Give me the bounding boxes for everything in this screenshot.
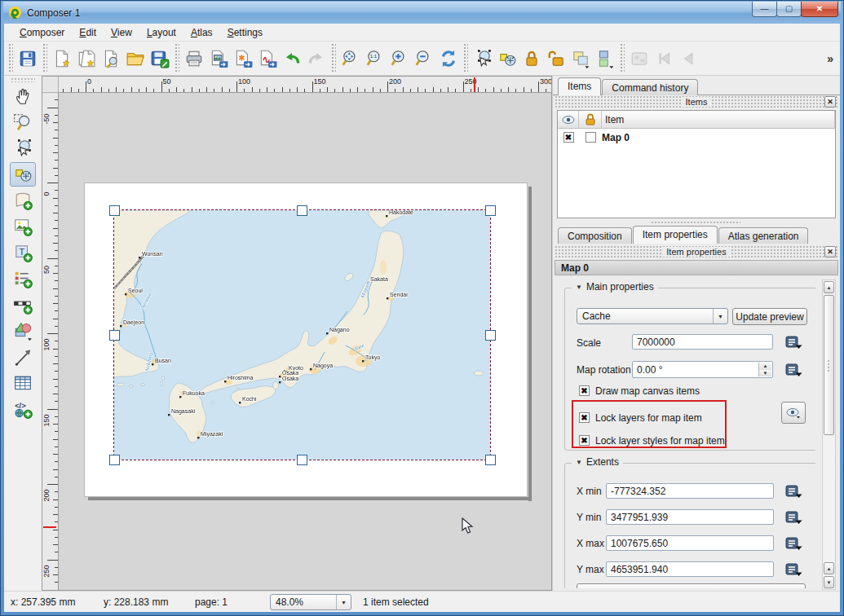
items-table[interactable]: Item ✖Map 0 <box>557 110 836 218</box>
menu-edit[interactable]: Edit <box>72 25 104 40</box>
data-defined-override-icon[interactable] <box>783 509 806 525</box>
resize-handle[interactable] <box>297 205 307 216</box>
new-composition-button[interactable] <box>50 46 74 71</box>
close-button[interactable]: ✕ <box>801 2 838 17</box>
data-defined-override-icon[interactable] <box>783 561 806 577</box>
menu-view[interactable]: View <box>104 25 139 40</box>
maximize-button[interactable]: ▢ <box>776 2 802 17</box>
tab-item-properties[interactable]: Item properties <box>633 226 718 244</box>
y-min-input[interactable]: 3477951.939 <box>606 509 774 525</box>
checkbox-draw-map-canvas-items[interactable]: ✖ <box>579 385 590 396</box>
add-html-tool-button[interactable]: </> <box>10 397 36 421</box>
close-icon[interactable]: ✕ <box>824 96 836 108</box>
toolbar-handle[interactable] <box>42 43 47 73</box>
scrollbar-thumb[interactable] <box>824 295 834 435</box>
resize-handle[interactable] <box>485 205 496 216</box>
move-item-content-button[interactable] <box>495 46 519 71</box>
collapse-triangle-icon[interactable]: ▼ <box>576 284 582 291</box>
print-button[interactable] <box>182 46 206 71</box>
toolbar-handle[interactable] <box>620 43 625 73</box>
composer-manager-button[interactable] <box>99 46 123 71</box>
tab-items[interactable]: Items <box>558 77 601 95</box>
pan-tool-button[interactable] <box>10 84 36 108</box>
title-bar[interactable]: Composer 1 —▢✕ <box>3 2 841 24</box>
preview-mode-combo[interactable]: Cache ▼ <box>577 308 728 324</box>
add-arrow-tool-button[interactable] <box>10 345 36 369</box>
table-row[interactable]: ✖Map 0 <box>558 129 835 146</box>
group-items-button[interactable] <box>568 46 593 71</box>
add-image-tool-button[interactable] <box>10 214 36 239</box>
resize-handle[interactable] <box>485 455 496 465</box>
y-max-input[interactable]: 4653951.940 <box>606 561 774 577</box>
toolbar-overflow-icon[interactable]: » <box>827 52 833 65</box>
select-move-item-button[interactable] <box>471 46 495 71</box>
duplicate-composition-button[interactable] <box>74 46 99 71</box>
export-svg-button[interactable] <box>231 46 255 71</box>
zoom-full-button[interactable] <box>338 46 363 71</box>
visibility-checkbox[interactable]: ✖ <box>563 132 574 143</box>
tab-command-history[interactable]: Command history <box>602 79 698 95</box>
canvas-viewport[interactable]: HakodateWonsanSakataSendaiSeoulDaejeonNa… <box>59 93 551 590</box>
scroll-up-icon[interactable]: ▲ <box>824 562 834 574</box>
lock-checkbox[interactable] <box>585 132 596 143</box>
refresh-view-button[interactable] <box>436 46 461 71</box>
resize-handle[interactable] <box>109 205 120 216</box>
add-label-tool-button[interactable]: T <box>10 240 36 265</box>
scale-input[interactable]: 7000000 <box>632 334 773 350</box>
raise-items-button[interactable] <box>593 46 617 71</box>
scroll-up-icon[interactable]: ▲ <box>824 281 834 293</box>
set-to-map-canvas-extent-button[interactable]: Set to map canvas extent <box>577 583 806 588</box>
map-rotation-spinbox[interactable]: 0.00 ° ▲▼ <box>632 361 773 378</box>
add-new-map-tool-button[interactable] <box>10 188 36 213</box>
move-item-content-tool-button[interactable] <box>10 162 36 187</box>
x-min-input[interactable]: -777324.352 <box>606 483 774 499</box>
export-pdf-button[interactable] <box>255 46 280 71</box>
open-template-button[interactable] <box>123 46 148 71</box>
save-as-template-button[interactable] <box>148 46 172 71</box>
toolbar-handle[interactable] <box>175 43 179 73</box>
select-move-item-tool-button[interactable] <box>10 136 36 161</box>
resize-handle[interactable] <box>109 455 120 465</box>
add-legend-tool-button[interactable] <box>10 266 36 291</box>
data-defined-override-icon[interactable] <box>783 535 806 551</box>
menu-settings[interactable]: Settings <box>220 25 270 40</box>
update-preview-button[interactable]: Update preview <box>732 308 807 325</box>
dock-splitter[interactable] <box>651 221 740 225</box>
lock-items-button[interactable] <box>519 46 544 71</box>
collapse-triangle-icon[interactable]: ▼ <box>576 459 582 466</box>
toolbar-handle[interactable] <box>463 43 468 73</box>
undo-button[interactable] <box>280 46 304 71</box>
properties-scrollbar[interactable]: ▲ ▲ ▼ <box>822 279 836 590</box>
tab-atlas-generation[interactable]: Atlas generation <box>718 227 809 244</box>
zoom-level-combo[interactable]: 48.0% ▼ <box>270 594 351 610</box>
data-defined-override-icon[interactable] <box>783 483 806 499</box>
menu-atlas[interactable]: Atlas <box>183 25 220 40</box>
zoom-tool-tool-button[interactable] <box>10 110 36 134</box>
scroll-down-icon[interactable]: ▼ <box>824 576 834 588</box>
x-max-input[interactable]: 1007675.650 <box>606 535 774 551</box>
toolbar-handle[interactable] <box>331 43 336 73</box>
zoom-out-button[interactable] <box>412 46 436 71</box>
menu-composer[interactable]: Composer <box>12 25 72 40</box>
unlock-items-button[interactable] <box>544 46 568 71</box>
spinner-buttons[interactable]: ▲▼ <box>758 363 771 376</box>
layer-visibility-preview-button[interactable] <box>781 402 806 424</box>
zoom-actual-button[interactable]: 1:1 <box>363 46 387 71</box>
map-item[interactable]: HakodateWonsanSakataSendaiSeoulDaejeonNa… <box>114 210 490 460</box>
export-image-button[interactable] <box>206 46 231 71</box>
resize-handle[interactable] <box>485 330 496 341</box>
resize-handle[interactable] <box>297 455 307 465</box>
add-shape-tool-button[interactable] <box>10 319 36 343</box>
zoom-in-button[interactable] <box>387 46 412 71</box>
tab-composition[interactable]: Composition <box>558 227 632 244</box>
resize-handle[interactable] <box>109 330 120 341</box>
data-defined-override-icon[interactable] <box>783 362 806 377</box>
minimize-button[interactable]: — <box>752 2 777 17</box>
data-defined-override-icon[interactable] <box>783 334 806 350</box>
add-attribute-table-tool-button[interactable] <box>10 371 36 395</box>
add-scalebar-tool-button[interactable] <box>10 293 36 317</box>
menu-layout[interactable]: Layout <box>139 25 183 40</box>
toolbar-handle[interactable] <box>8 43 13 73</box>
save-project-button[interactable] <box>15 46 40 71</box>
close-icon[interactable]: ✕ <box>824 246 836 257</box>
